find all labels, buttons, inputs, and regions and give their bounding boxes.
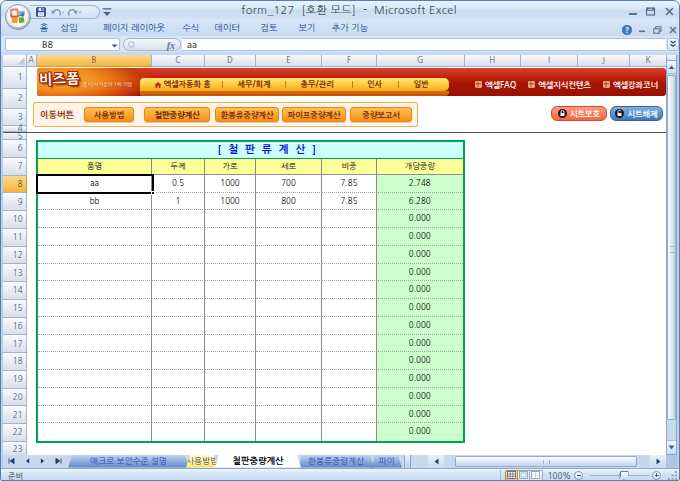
cell-height[interactable] bbox=[256, 423, 322, 441]
tab-page-layout[interactable]: 페이지 레이아웃 bbox=[93, 21, 175, 35]
close-button[interactable] bbox=[662, 5, 676, 17]
row-header[interactable]: 2 bbox=[3, 89, 27, 110]
cell-unit-weight[interactable]: 0.000 bbox=[377, 317, 463, 335]
cell-unit-weight[interactable]: 0.000 bbox=[377, 370, 463, 388]
cell-density[interactable] bbox=[322, 210, 377, 228]
tab-insert[interactable]: 삽입 bbox=[56, 21, 82, 35]
cell-unit-weight[interactable]: 0.000 bbox=[377, 281, 463, 299]
header-density[interactable]: 비중 bbox=[322, 159, 377, 175]
header-width[interactable]: 가로 bbox=[205, 159, 256, 175]
first-sheet-icon[interactable] bbox=[8, 458, 15, 464]
expand-formula-bar-button[interactable] bbox=[667, 38, 679, 51]
row-header[interactable]: 9 bbox=[3, 193, 27, 211]
row-header[interactable]: 11 bbox=[3, 229, 27, 247]
header-thickness[interactable]: 두께 bbox=[152, 159, 205, 175]
zoom-level[interactable]: 100% bbox=[544, 471, 571, 481]
last-sheet-icon[interactable] bbox=[55, 458, 62, 464]
tab-split-handle[interactable] bbox=[404, 455, 411, 468]
cell-product[interactable] bbox=[38, 352, 152, 370]
cell-product[interactable] bbox=[38, 335, 152, 353]
cell-thickness[interactable] bbox=[152, 228, 205, 246]
cell-density[interactable] bbox=[322, 281, 377, 299]
doc-close-button[interactable] bbox=[669, 26, 677, 34]
cell-density[interactable] bbox=[322, 423, 377, 441]
cell-thickness[interactable]: 0.5 bbox=[152, 175, 205, 193]
horizontal-scroll-thumb[interactable] bbox=[455, 456, 637, 467]
sheet-tab[interactable]: 사용방법 bbox=[186, 455, 218, 468]
cell-width[interactable] bbox=[205, 264, 256, 282]
tab-formulas[interactable]: 수식 bbox=[177, 21, 205, 35]
cell-product[interactable] bbox=[38, 406, 152, 424]
cell-width[interactable] bbox=[205, 281, 256, 299]
column-header[interactable]: I bbox=[521, 55, 578, 67]
cell-thickness[interactable] bbox=[152, 246, 205, 264]
menu-general[interactable]: 일반 bbox=[414, 78, 429, 91]
scroll-up-button[interactable] bbox=[667, 61, 676, 74]
cell-product[interactable] bbox=[38, 228, 152, 246]
cell-height[interactable] bbox=[256, 281, 322, 299]
select-all-corner[interactable] bbox=[3, 55, 27, 67]
cell-density[interactable] bbox=[322, 228, 377, 246]
page-break-view-button[interactable] bbox=[530, 470, 543, 481]
page-layout-view-button[interactable] bbox=[518, 470, 531, 481]
zoom-in-button[interactable] bbox=[652, 471, 661, 480]
row-header[interactable]: 18 bbox=[3, 353, 27, 371]
menu-excel-home[interactable]: 엑셀자동화 홈 bbox=[164, 78, 211, 91]
cell-height[interactable] bbox=[256, 352, 322, 370]
sheet-tab[interactable]: 환봉류중량계산 bbox=[298, 455, 374, 468]
cell-unit-weight[interactable]: 6.280 bbox=[377, 193, 463, 211]
doc-restore-button[interactable] bbox=[653, 26, 662, 34]
row-header[interactable]: 14 bbox=[3, 282, 27, 300]
cell-thickness[interactable] bbox=[152, 299, 205, 317]
button-usage[interactable]: 사용방법 bbox=[84, 107, 134, 123]
sheet-tab[interactable]: 파이 bbox=[371, 455, 402, 468]
cell-product[interactable] bbox=[38, 317, 152, 335]
button-weight-report[interactable]: 중량보고서 bbox=[350, 107, 412, 123]
cell-width[interactable]: 1000 bbox=[205, 193, 256, 211]
normal-view-button[interactable] bbox=[505, 470, 518, 481]
row-header[interactable]: 17 bbox=[3, 335, 27, 353]
link-excel-faq[interactable]: 엑셀FAQ bbox=[475, 81, 516, 89]
button-rod-weight[interactable]: 환봉류중량계산 bbox=[215, 107, 279, 123]
column-header[interactable]: H bbox=[465, 55, 522, 67]
row-header[interactable]: 20 bbox=[3, 389, 27, 407]
help-icon[interactable]: ? bbox=[622, 25, 632, 35]
cell-thickness[interactable] bbox=[152, 388, 205, 406]
cell-width[interactable] bbox=[205, 406, 256, 424]
doc-minimize-button[interactable] bbox=[638, 26, 647, 33]
cell-thickness[interactable] bbox=[152, 335, 205, 353]
cell-width[interactable] bbox=[205, 317, 256, 335]
button-pipe-weight[interactable]: 파이프중량계산 bbox=[282, 107, 346, 123]
cell-unit-weight[interactable]: 2.748 bbox=[377, 175, 463, 193]
cell-thickness[interactable] bbox=[152, 406, 205, 424]
cell-product[interactable]: bb bbox=[38, 193, 152, 211]
cell-unit-weight[interactable]: 0.000 bbox=[377, 246, 463, 264]
cell-density[interactable]: 7.85 bbox=[322, 175, 377, 193]
row-header[interactable]: 19 bbox=[3, 371, 27, 389]
cell-product[interactable] bbox=[38, 423, 152, 441]
row-header[interactable]: 8 bbox=[3, 176, 27, 194]
row-header[interactable]: 23 bbox=[3, 442, 27, 455]
cell-density[interactable]: 7.85 bbox=[322, 193, 377, 211]
cell-height[interactable] bbox=[256, 210, 322, 228]
cell-unit-weight[interactable]: 0.000 bbox=[377, 228, 463, 246]
cell-width[interactable] bbox=[205, 335, 256, 353]
cell-unit-weight[interactable]: 0.000 bbox=[377, 406, 463, 424]
cell-width[interactable] bbox=[205, 370, 256, 388]
cell-thickness[interactable] bbox=[152, 281, 205, 299]
link-excel-knowledge[interactable]: 엑셀지식컨텐츠 bbox=[528, 81, 591, 89]
cell-width[interactable]: 1000 bbox=[205, 175, 256, 193]
cell-density[interactable] bbox=[322, 317, 377, 335]
row-header[interactable]: 16 bbox=[3, 318, 27, 336]
scroll-down-button[interactable] bbox=[667, 440, 676, 453]
cell-height[interactable] bbox=[256, 335, 322, 353]
cell-thickness[interactable] bbox=[152, 352, 205, 370]
undo-icon[interactable] bbox=[50, 7, 65, 18]
row-header[interactable]: 5 bbox=[3, 132, 27, 140]
qat-customize-icon[interactable] bbox=[101, 7, 113, 18]
menu-tax[interactable]: 세무/회계 bbox=[238, 78, 271, 91]
redo-icon[interactable] bbox=[67, 7, 82, 18]
tab-addins[interactable]: 추가 기능 bbox=[327, 21, 373, 35]
cell-product[interactable] bbox=[38, 246, 152, 264]
column-header[interactable]: G bbox=[377, 55, 465, 67]
